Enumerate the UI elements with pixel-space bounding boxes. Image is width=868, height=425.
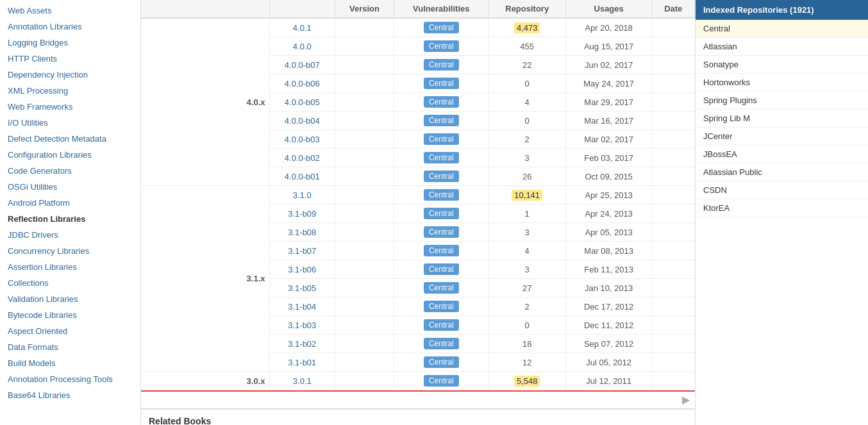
version-cell[interactable]: 3.1-b01	[269, 353, 335, 372]
date-cell: Mar 16, 2017	[565, 112, 652, 130]
repo-item[interactable]: KtorEA	[696, 199, 868, 217]
repo-item[interactable]: Sonatype	[696, 56, 868, 74]
version-cell[interactable]: 4.0.0-b06	[269, 74, 335, 93]
version-cell[interactable]: 3.1-b03	[269, 316, 335, 335]
repo-item[interactable]: Central	[696, 20, 868, 38]
version-cell[interactable]: 3.1.0	[269, 186, 335, 204]
vulnerabilities-cell	[335, 167, 394, 186]
sidebar-item-osgi-utilities[interactable]: OSGi Utilities	[0, 179, 140, 195]
usages-cell: 18	[488, 335, 565, 353]
repository-cell: Central	[394, 297, 488, 316]
sidebar: Web Assets Annotation Libraries Logging …	[0, 0, 141, 425]
date-cell: Jan 10, 2013	[565, 279, 652, 297]
sidebar-item-collections[interactable]: Collections	[0, 275, 140, 291]
date-cell: Mar 02, 2017	[565, 130, 652, 149]
sidebar-item-io-utilities[interactable]: I/O Utilities	[0, 115, 140, 131]
version-cell[interactable]: 4.0.0-b04	[269, 112, 335, 130]
sidebar-item-bytecode-libraries[interactable]: Bytecode Libraries	[0, 307, 140, 323]
repo-item[interactable]: JCenter	[696, 128, 868, 146]
versions-table: Version Vulnerabilities Repository Usage…	[141, 0, 695, 390]
sidebar-item-aspect-oriented[interactable]: Aspect Oriented	[0, 323, 140, 339]
date-cell: Dec 17, 2012	[565, 297, 652, 316]
repository-cell: Central	[394, 204, 488, 223]
related-books-header: Related Books	[149, 416, 687, 425]
sidebar-item-http-clients[interactable]: HTTP Clients	[0, 51, 140, 67]
repository-cell: Central	[394, 93, 488, 112]
sidebar-item-defect-detection[interactable]: Defect Detection Metadata	[0, 131, 140, 147]
version-cell[interactable]: 3.1-b04	[269, 297, 335, 316]
sidebar-item-dependency-injection[interactable]: Dependency Injection	[0, 67, 140, 83]
sidebar-item-jdbc-drivers[interactable]: JDBC Drivers	[0, 227, 140, 243]
version-cell[interactable]: 3.1-b05	[269, 279, 335, 297]
vulnerabilities-cell	[335, 260, 394, 279]
date-cell: Feb 11, 2013	[565, 260, 652, 279]
vulnerabilities-cell	[335, 37, 394, 56]
repository-cell: Central	[394, 186, 488, 204]
version-cell[interactable]: 4.0.0-b07	[269, 56, 335, 74]
repository-cell: Central	[394, 260, 488, 279]
date-cell: May 24, 2017	[565, 74, 652, 93]
sidebar-item-data-formats[interactable]: Data Formats	[0, 339, 140, 355]
sidebar-item-annotation-libraries[interactable]: Annotation Libraries	[0, 19, 140, 35]
vulnerabilities-cell	[335, 335, 394, 353]
sidebar-item-concurrency-libraries[interactable]: Concurrency Libraries	[0, 243, 140, 259]
version-cell[interactable]: 4.0.0-b05	[269, 93, 335, 112]
main-content: Version Vulnerabilities Repository Usage…	[141, 0, 695, 425]
related-books-section: Related Books Murach's Java Servlets and…	[141, 408, 695, 425]
repository-cell: Central	[394, 372, 488, 390]
sidebar-item-reflection-libraries[interactable]: Reflection Libraries	[0, 211, 140, 227]
version-cell[interactable]: 3.1-b08	[269, 223, 335, 242]
sidebar-item-validation-libraries[interactable]: Validation Libraries	[0, 291, 140, 307]
usages-cell: 3	[488, 149, 565, 167]
version-cell[interactable]: 4.0.0	[269, 37, 335, 56]
version-cell[interactable]: 3.1-b07	[269, 242, 335, 260]
repo-item[interactable]: Spring Plugins	[696, 92, 868, 110]
vulnerabilities-cell	[335, 372, 394, 390]
repository-cell: Central	[394, 167, 488, 186]
usages-cell: 3	[488, 260, 565, 279]
sidebar-item-build-models[interactable]: Build Models	[0, 355, 140, 371]
repo-item[interactable]: JBossEA	[696, 146, 868, 163]
version-cell[interactable]: 4.0.0-b01	[269, 167, 335, 186]
repository-cell: Central	[394, 112, 488, 130]
sidebar-item-code-generators[interactable]: Code Generators	[0, 163, 140, 179]
version-cell[interactable]: 4.0.0-b03	[269, 130, 335, 149]
repo-item[interactable]: Atlassian Public	[696, 163, 868, 181]
date-cell: Mar 29, 2017	[565, 93, 652, 112]
usages-cell: 2	[488, 130, 565, 149]
usages-cell: 5,548	[488, 372, 565, 390]
sidebar-item-logging-bridges[interactable]: Logging Bridges	[0, 35, 140, 51]
sidebar-item-annotation-processing-tools[interactable]: Annotation Processing Tools	[0, 371, 140, 387]
version-cell[interactable]: 4.0.1	[269, 18, 335, 37]
sidebar-item-android-platform[interactable]: Android Platform	[0, 195, 140, 211]
col-header-version-group	[269, 0, 335, 18]
version-cell[interactable]: 3.1-b02	[269, 335, 335, 353]
version-cell[interactable]: 3.1-b09	[269, 204, 335, 223]
repository-cell: Central	[394, 18, 488, 37]
col-header-version: Version	[335, 0, 394, 18]
repo-item[interactable]: CSDN	[696, 181, 868, 199]
table-area[interactable]: Version Vulnerabilities Repository Usage…	[141, 0, 695, 425]
repo-item[interactable]: Atlassian	[696, 38, 868, 56]
usages-cell: 3	[488, 223, 565, 242]
sidebar-item-assertion-libraries[interactable]: Assertion Libraries	[0, 259, 140, 275]
vulnerabilities-cell	[335, 112, 394, 130]
col-header-vulnerabilities: Vulnerabilities	[394, 0, 488, 18]
version-cell[interactable]: 4.0.0-b02	[269, 149, 335, 167]
sidebar-item-web-assets[interactable]: Web Assets	[0, 3, 140, 19]
repository-cell: Central	[394, 335, 488, 353]
version-cell[interactable]: 3.1-b06	[269, 260, 335, 279]
vulnerabilities-cell	[335, 279, 394, 297]
usages-cell: 26	[488, 167, 565, 186]
sidebar-item-web-frameworks[interactable]: Web Frameworks	[0, 99, 140, 115]
usages-cell: 4	[488, 93, 565, 112]
sidebar-item-configuration-libraries[interactable]: Configuration Libraries	[0, 147, 140, 163]
vulnerabilities-cell	[335, 18, 394, 37]
sidebar-item-xml-processing[interactable]: XML Processing	[0, 83, 140, 99]
vulnerabilities-cell	[335, 242, 394, 260]
version-cell[interactable]: 3.0.1	[269, 372, 335, 390]
repo-item[interactable]: Hortonworks	[696, 74, 868, 92]
repo-item[interactable]: Spring Lib M	[696, 110, 868, 128]
sidebar-item-base64-libraries[interactable]: Base64 Libraries	[0, 387, 140, 403]
vulnerabilities-cell	[335, 204, 394, 223]
